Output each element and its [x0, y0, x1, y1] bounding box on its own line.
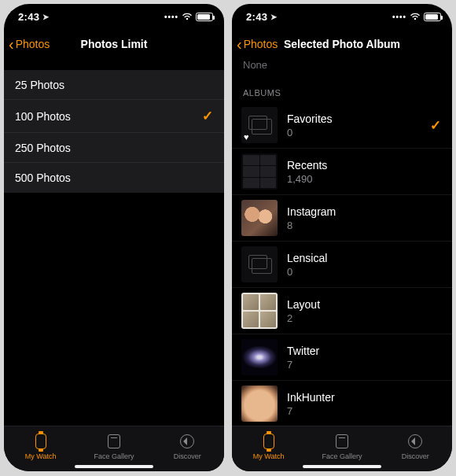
album-row[interactable]: Instagram8	[232, 195, 452, 242]
tab-label: My Watch	[25, 452, 57, 460]
album-name: Lensical	[287, 252, 444, 264]
gallery-icon	[333, 433, 351, 450]
checkmark-icon: ✓	[430, 117, 444, 134]
cellular-icon: ••••	[392, 13, 406, 21]
album-row[interactable]: InkHunter7	[232, 381, 452, 426]
album-count: 0	[287, 266, 444, 278]
tab-label: Discover	[402, 452, 429, 460]
location-icon: ➤	[270, 13, 277, 21]
album-count: 0	[287, 127, 421, 138]
album-count: 7	[287, 405, 444, 417]
album-name: Instagram	[287, 205, 444, 218]
album-thumb: ♥	[241, 107, 278, 143]
tab-compass[interactable]: Discover	[151, 426, 224, 471]
battery-icon	[196, 13, 213, 21]
back-label: Photos	[16, 38, 50, 50]
home-indicator[interactable]	[75, 465, 153, 468]
limits-list: 25 Photos100 Photos✓250 Photos500 Photos	[4, 70, 224, 193]
watch-icon	[32, 433, 50, 450]
location-icon: ➤	[42, 13, 49, 21]
album-thumb	[241, 153, 278, 190]
album-count: 2	[287, 312, 444, 324]
albums-list: ♥Favorites0✓Recents1,490Instagram8Lensic…	[232, 102, 452, 426]
tab-watch[interactable]: My Watch	[232, 426, 305, 471]
limit-label: 500 Photos	[15, 172, 71, 184]
screen-selected-album: 2:43 ➤ •••• ‹ Photos Selected Photo Albu…	[232, 4, 452, 471]
compass-icon	[406, 433, 424, 450]
album-thumb	[241, 293, 278, 329]
limit-row[interactable]: 100 Photos✓	[4, 100, 224, 133]
album-thumb	[241, 339, 278, 375]
gallery-icon	[105, 433, 123, 450]
row-none[interactable]: None	[232, 59, 452, 76]
limit-row[interactable]: 25 Photos	[4, 70, 224, 100]
album-row[interactable]: ♥Favorites0✓	[232, 102, 452, 149]
album-row[interactable]: Recents1,490	[232, 149, 452, 195]
album-name: Recents	[287, 159, 444, 172]
album-thumb	[241, 200, 278, 236]
nav-bar: ‹ Photos Photos Limit	[4, 29, 224, 59]
album-name: InkHunter	[287, 391, 444, 404]
content: 25 Photos100 Photos✓250 Photos500 Photos	[4, 59, 224, 426]
album-thumb	[241, 246, 278, 282]
tab-label: Face Gallery	[322, 452, 362, 460]
tab-label: My Watch	[253, 452, 285, 460]
album-name: Favorites	[287, 113, 421, 125]
album-row[interactable]: Layout2	[232, 288, 452, 334]
limit-label: 250 Photos	[15, 142, 71, 154]
album-count: 7	[287, 359, 444, 371]
content: None ALBUMS ♥Favorites0✓Recents1,490Inst…	[232, 59, 452, 426]
checkmark-icon: ✓	[202, 108, 213, 124]
status-time: 2:43	[18, 11, 39, 23]
back-button[interactable]: ‹ Photos	[4, 36, 50, 52]
tab-label: Discover	[174, 452, 201, 460]
wifi-icon	[182, 13, 193, 20]
limit-row[interactable]: 500 Photos	[4, 163, 224, 193]
album-thumb	[241, 386, 278, 422]
nav-bar: ‹ Photos Selected Photo Album	[232, 29, 452, 59]
heart-icon: ♥	[244, 132, 249, 142]
album-row[interactable]: Twitter7	[232, 334, 452, 381]
tab-label: Face Gallery	[94, 452, 134, 460]
screen-photos-limit: 2:43 ➤ •••• ‹ Photos Photos Limit 25 Pho…	[4, 4, 224, 471]
section-header-albums: ALBUMS	[232, 76, 452, 102]
chevron-left-icon: ‹	[9, 36, 14, 52]
back-button[interactable]: ‹ Photos	[232, 36, 278, 52]
status-bar: 2:43 ➤ ••••	[4, 4, 224, 29]
watch-icon	[260, 433, 278, 450]
cellular-icon: ••••	[164, 13, 178, 21]
home-indicator[interactable]	[303, 465, 381, 468]
limit-label: 25 Photos	[15, 79, 64, 91]
album-name: Layout	[287, 298, 444, 311]
chevron-left-icon: ‹	[237, 36, 242, 52]
album-row[interactable]: Lensical0	[232, 242, 452, 288]
status-time: 2:43	[246, 11, 267, 23]
wifi-icon	[410, 13, 421, 20]
back-label: Photos	[244, 38, 278, 50]
album-name: Twitter	[287, 345, 444, 357]
compass-icon	[178, 433, 196, 450]
battery-icon	[424, 13, 441, 21]
tab-compass[interactable]: Discover	[379, 426, 452, 471]
album-count: 1,490	[287, 173, 444, 185]
limit-label: 100 Photos	[15, 110, 71, 123]
album-count: 8	[287, 220, 444, 231]
tab-watch[interactable]: My Watch	[4, 426, 77, 471]
status-bar: 2:43 ➤ ••••	[232, 4, 452, 29]
limit-row[interactable]: 250 Photos	[4, 133, 224, 163]
